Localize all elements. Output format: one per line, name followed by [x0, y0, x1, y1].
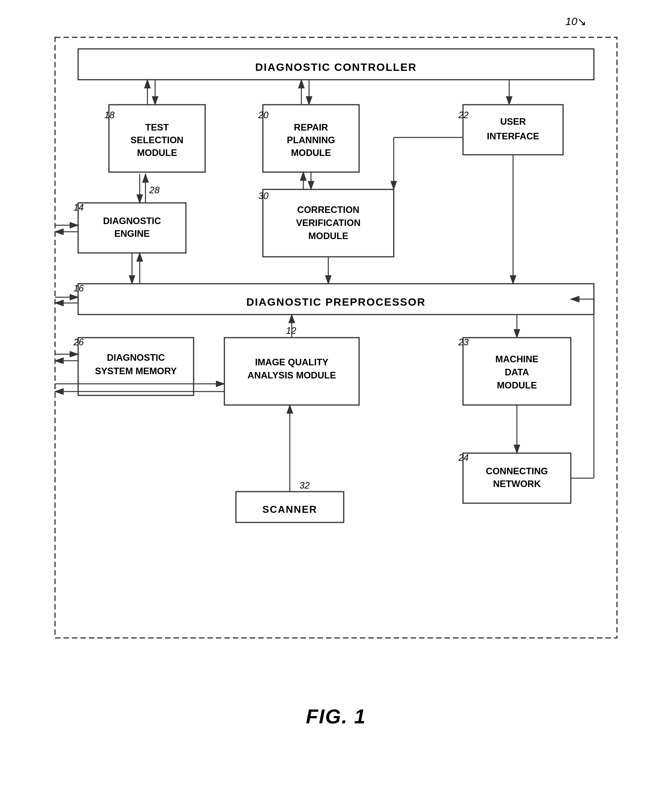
diagnostic-engine-box [78, 203, 186, 253]
main-diagram: DIAGNOSTIC CONTROLLER TEST SELECTION MOD… [47, 30, 625, 684]
ref-14: 14 [74, 202, 84, 213]
ref-20: 20 [258, 110, 269, 120]
mdm-label-2: DATA [505, 367, 529, 377]
iqa-label-2: ANALYSIS MODULE [247, 370, 336, 380]
ref-26: 26 [73, 337, 84, 347]
ref-23: 23 [458, 337, 469, 347]
ref-10-label: 10 [565, 15, 577, 28]
ref-18: 18 [104, 110, 115, 120]
page-container: 10 ↘ DIAGNOSTIC CONTROLLER TEST [28, 15, 644, 728]
ref-16: 16 [74, 283, 84, 293]
ref-12: 12 [286, 325, 296, 336]
scanner-label: SCANNER [262, 504, 318, 515]
ui-label-1: USER [500, 116, 526, 127]
dp-label: DIAGNOSTIC PREPROCESSOR [246, 296, 426, 308]
rpm-label-3: MODULE [291, 147, 331, 158]
figure-label: FIG. 1 [306, 705, 366, 728]
ref-30: 30 [258, 191, 269, 201]
de-label-1: DIAGNOSTIC [103, 216, 161, 226]
cvm-label-1: CORRECTION [297, 204, 359, 215]
ref-28: 28 [149, 185, 160, 195]
cn-label-1: CONNECTING [486, 466, 548, 476]
ref-10-arrow: ↘ [577, 15, 586, 28]
tsm-label-3: MODULE [137, 147, 177, 158]
cvm-label-2: VERIFICATION [296, 218, 361, 228]
tsm-label-2: SELECTION [130, 135, 183, 145]
dsm-label-2: SYSTEM MEMORY [95, 366, 177, 376]
mdm-label-3: MODULE [497, 380, 537, 390]
ref-22: 22 [458, 110, 469, 120]
ref-24: 24 [458, 452, 469, 463]
tsm-label-1: TEST [145, 122, 169, 132]
connecting-network-box [463, 453, 571, 503]
rpm-label-1: REPAIR [294, 122, 328, 132]
de-label-2: ENGINE [114, 228, 150, 239]
mdm-label-1: MACHINE [495, 354, 538, 364]
dsm-label-1: DIAGNOSTIC [107, 352, 165, 363]
diagnostic-controller-label: DIAGNOSTIC CONTROLLER [255, 61, 417, 73]
diagram-wrapper: DIAGNOSTIC CONTROLLER TEST SELECTION MOD… [47, 30, 625, 686]
rpm-label-2: PLANNING [287, 135, 335, 145]
iqa-label-1: IMAGE QUALITY [255, 357, 329, 367]
ref-32: 32 [299, 480, 310, 490]
cvm-label-3: MODULE [308, 231, 348, 241]
user-interface-box [463, 105, 563, 155]
cn-label-2: NETWORK [493, 479, 541, 489]
ui-label-2: INTERFACE [487, 131, 539, 141]
